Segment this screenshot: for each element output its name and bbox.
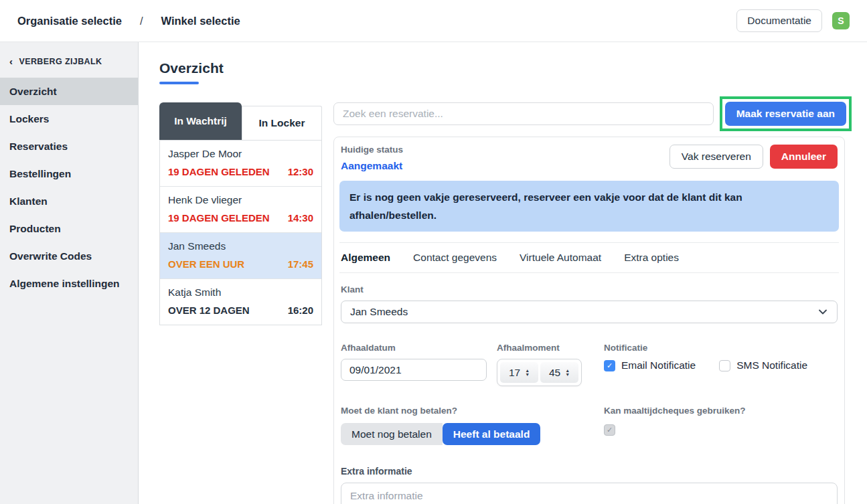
reserve-slot-button[interactable]: Vak reserveren — [669, 145, 763, 169]
afhaalmoment-label: Afhaalmoment — [497, 343, 582, 353]
detail-column: Maak reservatie aan Huidige status Aange… — [333, 102, 845, 504]
extra-informatie-textarea[interactable] — [341, 483, 838, 504]
sidebar-item-overwrite-codes[interactable]: Overwrite Codes — [0, 242, 138, 270]
stepper-arrows-icon[interactable]: ▲▼ — [525, 369, 530, 377]
time-picker: 17 ▲▼ 45 ▲▼ — [497, 359, 582, 386]
queue-row-when: 19 DAGEN GELEDEN — [168, 212, 270, 224]
status-block: Huidige status Aangemaakt — [341, 145, 403, 172]
klant-select[interactable]: Jan Smeeds — [341, 301, 838, 323]
breadcrumb-separator: / — [140, 15, 143, 27]
cancel-button[interactable]: Annuleer — [770, 145, 838, 169]
checkbox-checked-icon[interactable]: ✓ — [604, 360, 615, 371]
main-content: Overzicht In Wachtrij In Locker Jasper D… — [139, 42, 867, 504]
sidebar-item-producten[interactable]: Producten — [0, 215, 138, 242]
queue-list: Jasper De Moor 19 DAGEN GELEDEN 12:30 He… — [159, 140, 322, 325]
app-window: Organisatie selectie / Winkel selectie D… — [0, 0, 867, 504]
afhaaldatum-input[interactable] — [341, 359, 487, 381]
email-notification-checkbox[interactable]: ✓ Email Notificatie — [604, 359, 696, 371]
sidebar-item-overzicht[interactable]: Overzicht — [0, 78, 138, 105]
queue-row-henk[interactable]: Henk De vlieger 19 DAGEN GELEDEN 14:30 — [160, 187, 321, 233]
meal-cheques-checkbox[interactable]: ✓ — [604, 424, 615, 436]
queue-row-when: 19 DAGEN GELEDEN — [168, 166, 270, 177]
email-notification-label: Email Notificatie — [621, 359, 696, 371]
payment-segmented-control: Moet nog betalen Heeft al betaald — [341, 423, 540, 445]
hide-sidebar-label: VERBERG ZIJBALK — [19, 57, 102, 66]
tab-algemeen[interactable]: Algemeen — [341, 252, 390, 264]
hide-sidebar-button[interactable]: ‹ VERBERG ZIJBALK — [0, 56, 138, 66]
queue-row-name: Jan Smeeds — [168, 240, 313, 252]
queue-row-when: OVER 12 DAGEN — [168, 305, 250, 316]
breadcrumb-organisation[interactable]: Organisatie selectie — [17, 15, 122, 27]
reservation-detail-card: Huidige status Aangemaakt Vak reserveren… — [333, 137, 845, 504]
chevron-down-icon — [817, 307, 828, 317]
sidebar-item-bestellingen[interactable]: Bestellingen — [0, 160, 138, 187]
queue-row-name: Katja Smith — [168, 286, 313, 299]
minute-value: 45 — [549, 367, 560, 379]
queue-row-when: OVER EEN UUR — [168, 258, 244, 270]
create-reservation-button[interactable]: Maak reservatie aan — [725, 102, 846, 126]
search-input[interactable] — [333, 102, 714, 125]
info-alert: Er is nog geen vakje gereserveerd, reser… — [339, 181, 839, 232]
detail-tabs: Algemeen Contact gegevens Virtuele Autom… — [339, 242, 839, 273]
stepper-arrows-icon[interactable]: ▲▼ — [565, 369, 570, 377]
notificatie-label: Notificatie — [604, 343, 838, 353]
queue-row-jasper[interactable]: Jasper De Moor 19 DAGEN GELEDEN 12:30 — [160, 141, 321, 187]
user-avatar[interactable]: S — [832, 12, 850, 29]
topbar-right: Documentatie S — [736, 9, 850, 32]
payment-question-label: Moet de klant nog betalen? — [341, 406, 604, 416]
tab-in-wachtrij[interactable]: In Wachtrij — [159, 102, 242, 140]
sidebar-item-lockers[interactable]: Lockers — [0, 105, 138, 133]
minute-stepper[interactable]: 45 ▲▼ — [540, 362, 578, 383]
page-title-underline — [159, 82, 199, 84]
annotation-highlight-box: Maak reservatie aan — [720, 96, 852, 131]
page-title: Overzicht — [159, 60, 845, 76]
payment-option-not-paid[interactable]: Moet nog betalen — [341, 423, 443, 445]
tab-contact-gegevens[interactable]: Contact gegevens — [413, 252, 497, 264]
cheques-question-label: Kan maaltijdcheques gebruiken? — [604, 406, 746, 416]
status-value-link[interactable]: Aangemaakt — [341, 160, 403, 172]
tab-extra-opties[interactable]: Extra opties — [624, 252, 679, 264]
extra-informatie-label: Extra informatie — [341, 466, 838, 477]
breadcrumb-shop[interactable]: Winkel selectie — [161, 15, 240, 27]
afhaaldatum-label: Afhaaldatum — [341, 343, 487, 353]
queue-row-katja[interactable]: Katja Smith OVER 12 DAGEN 16:20 — [160, 279, 321, 325]
tab-in-locker[interactable]: In Locker — [242, 106, 322, 140]
queue-row-time: 14:30 — [288, 212, 313, 224]
sidebar-item-algemene-instellingen[interactable]: Algemene instellingen — [0, 270, 138, 297]
klant-select-value: Jan Smeeds — [350, 306, 408, 318]
hour-value: 17 — [509, 367, 520, 379]
queue-column: In Wachtrij In Locker Jasper De Moor 19 … — [159, 102, 322, 504]
checkbox-unchecked-icon[interactable] — [719, 360, 730, 371]
sidebar-item-klanten[interactable]: Klanten — [0, 187, 138, 215]
queue-tabs: In Wachtrij In Locker — [159, 102, 322, 140]
documentation-button[interactable]: Documentatie — [736, 9, 822, 32]
tab-virtuele-automaat[interactable]: Virtuele Automaat — [520, 252, 601, 264]
queue-row-time: 12:30 — [288, 166, 313, 177]
topbar: Organisatie selectie / Winkel selectie D… — [0, 0, 867, 42]
sidebar: ‹ VERBERG ZIJBALK Overzicht Lockers Rese… — [0, 42, 139, 504]
toolbar: Maak reservatie aan — [333, 102, 845, 131]
queue-row-jan-selected[interactable]: Jan Smeeds OVER EEN UUR 17:45 — [160, 233, 321, 279]
queue-row-name: Jasper De Moor — [168, 148, 313, 160]
sms-notification-label: SMS Notificatie — [736, 359, 807, 371]
sms-notification-checkbox[interactable]: SMS Notificatie — [719, 359, 807, 371]
chevron-left-icon: ‹ — [9, 56, 13, 66]
payment-option-paid[interactable]: Heeft al betaald — [443, 423, 541, 445]
queue-row-name: Henk De vlieger — [168, 194, 313, 206]
hour-stepper[interactable]: 17 ▲▼ — [500, 362, 538, 383]
sidebar-item-reservaties[interactable]: Reservaties — [0, 133, 138, 160]
breadcrumb: Organisatie selectie / Winkel selectie — [17, 15, 240, 27]
queue-row-time: 16:20 — [288, 305, 313, 316]
status-label: Huidige status — [341, 145, 403, 155]
queue-row-time: 17:45 — [288, 258, 313, 270]
klant-label: Klant — [341, 284, 838, 295]
